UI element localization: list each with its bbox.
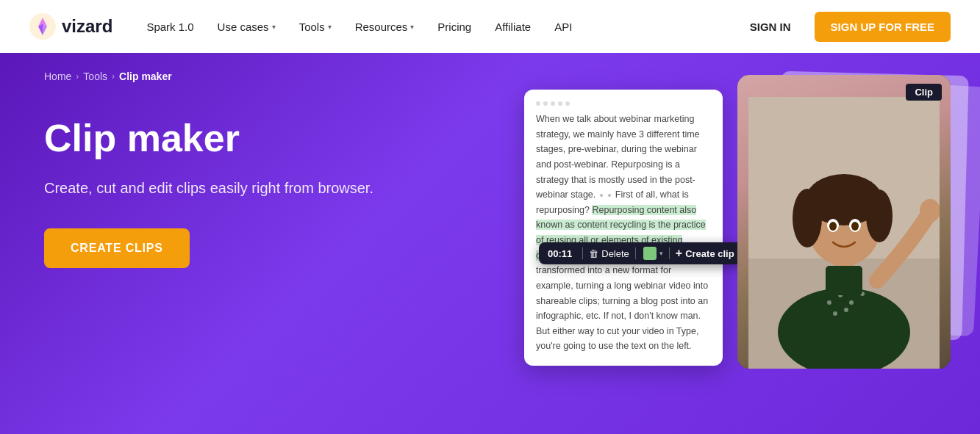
trash-icon: 🗑: [589, 248, 598, 259]
toolbar-delete-button[interactable]: 🗑 Delete: [589, 248, 629, 259]
dot-2: [543, 101, 548, 106]
breadcrumb-sep-1: ›: [76, 71, 79, 82]
navbar: vizard Spark 1.0 Use cases ▾ Tools ▾ Res…: [0, 0, 980, 53]
svg-rect-20: [826, 266, 862, 295]
breadcrumb-home[interactable]: Home: [44, 70, 71, 82]
svg-point-14: [827, 300, 831, 305]
plus-icon: +: [676, 247, 682, 260]
transcript-after: Repurposed content is typically transfor…: [536, 250, 708, 352]
person-illustration: [748, 97, 940, 369]
hero-subtitle: Create, cut and edit clips easily right …: [44, 177, 397, 199]
nav-right: SIGN IN SIGN UP FOR FREE: [735, 12, 951, 42]
nav-spark[interactable]: Spark 1.0: [136, 15, 204, 39]
dot-1: [536, 101, 540, 106]
cta-button[interactable]: CREATE CLIPS: [44, 228, 190, 268]
toolbar-separator-2: [635, 247, 636, 259]
video-card: Clip: [737, 75, 951, 369]
svg-point-16: [849, 300, 854, 305]
nav-tools[interactable]: Tools ▾: [289, 15, 342, 39]
dot-5: [565, 101, 570, 106]
create-label: Create clip: [685, 248, 734, 259]
svg-point-18: [833, 311, 837, 316]
toolbar-create-button[interactable]: + Create clip: [676, 247, 734, 260]
toolbar-color-swatch[interactable]: [643, 247, 657, 260]
tools-chevron: ▾: [328, 23, 332, 31]
resources-chevron: ▾: [410, 23, 414, 31]
dots-mid2: [608, 194, 611, 197]
transcript-before: When we talk about webinar marketing str…: [536, 114, 700, 200]
delete-label: Delete: [601, 248, 629, 259]
toolbar-time: 00:11: [548, 248, 572, 259]
transcript-panel: When we talk about webinar marketing str…: [524, 90, 723, 366]
main-section: Home › Tools › Clip maker Clip maker Cre…: [0, 53, 980, 434]
nav-links: Spark 1.0 Use cases ▾ Tools ▾ Resources …: [136, 15, 729, 39]
hero-right: When we talk about webinar marketing str…: [524, 68, 951, 434]
logo-icon: [29, 13, 56, 40]
hero-left: Clip maker Create, cut and edit clips ea…: [44, 117, 397, 268]
dot-3: [551, 101, 555, 106]
breadcrumb-tools[interactable]: Tools: [83, 70, 107, 82]
logo[interactable]: vizard: [29, 13, 112, 40]
nav-resources[interactable]: Resources ▾: [345, 15, 425, 39]
nav-pricing[interactable]: Pricing: [427, 15, 482, 39]
svg-point-7: [793, 189, 822, 247]
nav-affiliate[interactable]: Affiliate: [484, 15, 541, 39]
toolbar-separator-3: [669, 247, 670, 259]
signup-button[interactable]: SIGN UP FOR FREE: [815, 12, 951, 42]
nav-use-cases[interactable]: Use cases ▾: [207, 15, 286, 39]
video-card-inner: Clip: [737, 75, 951, 369]
clip-badge: Clip: [906, 84, 942, 101]
dot-4: [558, 101, 562, 106]
logo-text: vizard: [62, 16, 112, 37]
svg-point-8: [866, 189, 893, 242]
svg-point-13: [920, 199, 940, 223]
svg-point-12: [851, 222, 859, 231]
toolbar-separator-1: [582, 247, 583, 259]
hero-title: Clip maker: [44, 117, 397, 159]
person-background: [737, 75, 951, 369]
use-cases-chevron: ▾: [272, 23, 276, 31]
svg-point-19: [844, 308, 848, 312]
svg-point-11: [829, 222, 837, 231]
transcript-text: When we talk about webinar marketing str…: [536, 112, 711, 354]
signin-button[interactable]: SIGN IN: [735, 13, 806, 40]
nav-api[interactable]: API: [544, 15, 582, 39]
toolbar-overlay: 00:11 🗑 Delete ▾ + Create clip: [539, 242, 743, 264]
color-chevron: ▾: [659, 250, 663, 257]
dots-mid: [600, 194, 603, 197]
breadcrumb-sep-2: ›: [112, 71, 115, 82]
breadcrumb-current: Clip maker: [119, 70, 172, 82]
transcript-dots: [536, 101, 711, 106]
